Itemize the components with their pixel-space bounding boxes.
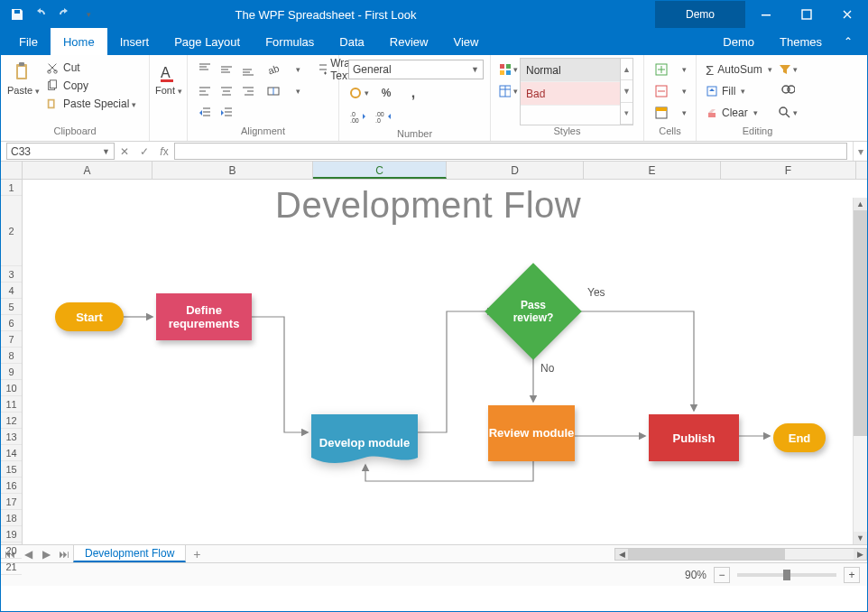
col-header-B[interactable]: B (152, 162, 313, 179)
comma-icon[interactable]: , (402, 83, 424, 103)
tab-formulas[interactable]: Formulas (253, 28, 327, 55)
scroll-left-icon[interactable]: ◀ (615, 549, 628, 560)
align-center-icon[interactable] (217, 81, 236, 101)
scroll-down-icon[interactable]: ▼ (854, 532, 867, 544)
tab-home[interactable]: Home (51, 28, 107, 55)
find-icon[interactable] (778, 81, 798, 101)
row-header-15[interactable]: 15 (1, 461, 22, 478)
flow-end[interactable]: End (773, 423, 826, 452)
gallery-up-icon[interactable]: ▲ (621, 59, 633, 80)
style-bad[interactable]: Bad (521, 82, 620, 106)
flow-start[interactable]: Start (55, 302, 124, 331)
scroll-up-icon[interactable]: ▲ (854, 198, 867, 210)
row-header-2[interactable]: 2 (1, 196, 22, 266)
decrease-indent-icon[interactable] (195, 103, 215, 123)
zoom-value[interactable]: 90% (685, 569, 706, 581)
redo-icon[interactable] (57, 7, 71, 22)
tab-review[interactable]: Review (377, 28, 441, 55)
scroll-right-icon[interactable]: ▶ (854, 549, 866, 560)
row-header-1[interactable]: 1 (1, 180, 22, 196)
accounting-icon[interactable] (348, 83, 370, 103)
align-right-icon[interactable] (238, 81, 258, 101)
grid-canvas[interactable]: Development Flow Start Define requrement… (23, 180, 853, 544)
col-header-C[interactable]: C (313, 162, 447, 179)
zoom-out-button[interactable]: − (714, 567, 730, 583)
insert-cells-dropdown-icon[interactable] (673, 60, 693, 79)
number-format-select[interactable]: General▼ (348, 60, 484, 79)
row-header-4[interactable]: 4 (1, 283, 22, 299)
formula-input[interactable] (174, 143, 847, 160)
row-header-9[interactable]: 9 (1, 364, 22, 380)
minimize-button[interactable] (745, 1, 786, 28)
paste-button[interactable]: Paste (6, 58, 41, 125)
delete-cells-icon[interactable] (651, 81, 671, 101)
fx-icon[interactable]: fx (154, 142, 174, 161)
sheet-tab-active[interactable]: Development Flow (73, 545, 186, 562)
increase-decimal-icon[interactable]: .0.00 (348, 107, 368, 126)
row-header-10[interactable]: 10 (1, 380, 22, 396)
row-header-12[interactable]: 12 (1, 413, 22, 429)
cancel-formula-icon[interactable]: ✕ (115, 142, 134, 161)
row-header-19[interactable]: 19 (1, 526, 22, 542)
font-dropdown-button[interactable]: A Font (155, 58, 182, 125)
style-normal[interactable]: Normal (521, 59, 620, 82)
undo-icon[interactable] (33, 7, 48, 22)
flow-develop[interactable]: Develop module (311, 414, 418, 471)
row-header-18[interactable]: 18 (1, 510, 22, 526)
tab-nav-last-icon[interactable]: ⏭ (55, 548, 73, 561)
save-icon[interactable] (10, 7, 24, 22)
row-header-5[interactable]: 5 (1, 299, 22, 315)
fill-button[interactable]: Fill▾ (704, 81, 774, 101)
zoom-in-button[interactable]: + (844, 567, 860, 583)
flow-define[interactable]: Define requrements (156, 293, 252, 340)
flow-review[interactable]: Review module (488, 405, 575, 461)
format-cells-dropdown-icon[interactable] (673, 103, 693, 123)
tab-data[interactable]: Data (327, 28, 376, 55)
tab-view[interactable]: View (440, 28, 491, 55)
col-header-E[interactable]: E (584, 162, 721, 179)
orientation-dropdown-icon[interactable] (287, 60, 307, 79)
row-header-3[interactable]: 3 (1, 266, 22, 283)
cut-button[interactable]: Cut (44, 60, 138, 76)
name-box[interactable]: C33▼ (6, 143, 115, 160)
demo-header-tab[interactable]: Demo (655, 1, 745, 28)
vertical-scrollbar[interactable]: ▲ ▼ (853, 198, 867, 544)
tab-themes[interactable]: Themes (767, 35, 835, 49)
clear-button[interactable]: Clear▾ (704, 103, 774, 123)
percent-icon[interactable]: % (375, 83, 397, 103)
scroll-thumb-v[interactable] (854, 210, 867, 436)
merge-dropdown-icon[interactable] (287, 81, 307, 101)
row-header-20[interactable]: 20 (1, 542, 22, 559)
col-header-F[interactable]: F (721, 162, 856, 179)
row-header-13[interactable]: 13 (1, 429, 22, 445)
flow-decision[interactable]: Pass review? (499, 277, 568, 346)
format-as-table-icon[interactable] (498, 81, 518, 101)
increase-indent-icon[interactable] (217, 103, 236, 123)
align-top-icon[interactable] (195, 60, 215, 79)
sort-filter-icon[interactable] (778, 60, 798, 79)
zoom-slider[interactable] (737, 573, 836, 577)
find-select-icon[interactable] (778, 103, 798, 123)
close-button[interactable] (826, 1, 867, 28)
tab-demo[interactable]: Demo (710, 35, 767, 49)
decrease-decimal-icon[interactable]: .00.0 (374, 107, 393, 126)
copy-button[interactable]: Copy (44, 78, 138, 94)
align-bottom-icon[interactable] (238, 60, 258, 79)
select-all-corner[interactable] (1, 162, 23, 179)
row-header-6[interactable]: 6 (1, 315, 22, 331)
gallery-more-icon[interactable]: ▾ (621, 103, 633, 125)
tab-page-layout[interactable]: Page Layout (162, 28, 253, 55)
flow-publish[interactable]: Publish (649, 414, 739, 461)
row-header-8[interactable]: 8 (1, 348, 22, 364)
enter-formula-icon[interactable]: ✓ (134, 142, 154, 161)
align-left-icon[interactable] (195, 81, 215, 101)
horizontal-scrollbar[interactable]: ◀ ▶ (614, 548, 867, 561)
maximize-button[interactable] (786, 1, 826, 28)
tab-insert[interactable]: Insert (107, 28, 162, 55)
orientation-icon[interactable]: ab (263, 60, 283, 79)
col-header-D[interactable]: D (447, 162, 584, 179)
autosum-button[interactable]: ΣAutoSum▾ (704, 60, 774, 79)
tab-nav-prev-icon[interactable]: ◀ (19, 548, 37, 561)
conditional-formatting-icon[interactable] (498, 60, 518, 79)
format-cells-icon[interactable] (651, 103, 671, 123)
